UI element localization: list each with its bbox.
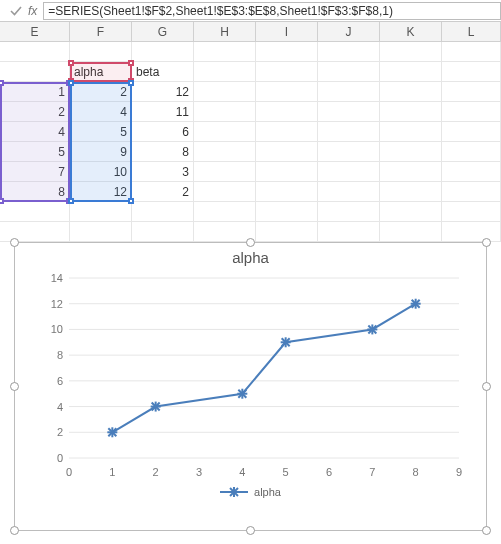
cell-H8[interactable] [194,182,256,201]
cell-G10[interactable] [132,222,194,241]
chart-handle-e[interactable] [482,382,491,391]
chart-handle-se[interactable] [482,526,491,535]
chart-object[interactable]: alpha 024681012140123456789 alpha [14,242,487,531]
cell-L2[interactable] [442,62,501,81]
col-header-L[interactable]: L [442,22,501,41]
cell-G9[interactable] [132,202,194,221]
chart-handle-ne[interactable] [482,238,491,247]
cell-E9[interactable] [0,202,70,221]
cell-I6[interactable] [256,142,318,161]
cell-I1[interactable] [256,42,318,61]
cell-E5[interactable]: 4 [0,122,70,141]
cell-H3[interactable] [194,82,256,101]
cell-F8[interactable]: 12 [70,182,132,201]
cell-J7[interactable] [318,162,380,181]
chart-handle-n[interactable] [246,238,255,247]
col-header-J[interactable]: J [318,22,380,41]
chart-handle-w[interactable] [10,382,19,391]
chart-handle-nw[interactable] [10,238,19,247]
cell-F3[interactable]: 2 [70,82,132,101]
cell-E2[interactable] [0,62,70,81]
cell-E8[interactable]: 8 [0,182,70,201]
cell-K1[interactable] [380,42,442,61]
chart-legend[interactable]: alpha [15,486,486,500]
chart-title[interactable]: alpha [15,249,486,266]
cell-E4[interactable]: 2 [0,102,70,121]
cell-K10[interactable] [380,222,442,241]
cell-L7[interactable] [442,162,501,181]
cell-K8[interactable] [380,182,442,201]
col-header-H[interactable]: H [194,22,256,41]
cell-J3[interactable] [318,82,380,101]
cell-J8[interactable] [318,182,380,201]
cell-L10[interactable] [442,222,501,241]
cell-E7[interactable]: 7 [0,162,70,181]
accept-formula-icon[interactable] [6,1,26,21]
cell-G5[interactable]: 6 [132,122,194,141]
cell-K3[interactable] [380,82,442,101]
cell-L1[interactable] [442,42,501,61]
cell-L9[interactable] [442,202,501,221]
cell-F6[interactable]: 9 [70,142,132,161]
cell-I2[interactable] [256,62,318,81]
cell-J1[interactable] [318,42,380,61]
cell-J4[interactable] [318,102,380,121]
cell-I5[interactable] [256,122,318,141]
cell-I8[interactable] [256,182,318,201]
cell-K5[interactable] [380,122,442,141]
cell-G6[interactable]: 8 [132,142,194,161]
col-header-E[interactable]: E [0,22,70,41]
cell-H4[interactable] [194,102,256,121]
cell-L3[interactable] [442,82,501,101]
cell-H2[interactable] [194,62,256,81]
chart-handle-s[interactable] [246,526,255,535]
cell-K2[interactable] [380,62,442,81]
cell-J9[interactable] [318,202,380,221]
cell-E6[interactable]: 5 [0,142,70,161]
cell-I3[interactable] [256,82,318,101]
cell-G4[interactable]: 11 [132,102,194,121]
cell-K9[interactable] [380,202,442,221]
cell-G2[interactable]: beta [132,62,194,81]
cell-G8[interactable]: 2 [132,182,194,201]
col-header-F[interactable]: F [70,22,132,41]
cell-K7[interactable] [380,162,442,181]
cell-E10[interactable] [0,222,70,241]
cell-G7[interactable]: 3 [132,162,194,181]
cell-H1[interactable] [194,42,256,61]
cell-F1[interactable] [70,42,132,61]
cell-I4[interactable] [256,102,318,121]
cell-F10[interactable] [70,222,132,241]
cell-J5[interactable] [318,122,380,141]
formula-input[interactable] [43,2,501,20]
cell-G1[interactable] [132,42,194,61]
cell-L5[interactable] [442,122,501,141]
cell-J10[interactable] [318,222,380,241]
cell-F9[interactable] [70,202,132,221]
cell-I9[interactable] [256,202,318,221]
cell-L6[interactable] [442,142,501,161]
cell-F4[interactable]: 4 [70,102,132,121]
cell-F5[interactable]: 5 [70,122,132,141]
col-header-K[interactable]: K [380,22,442,41]
cell-L8[interactable] [442,182,501,201]
cell-L4[interactable] [442,102,501,121]
col-header-G[interactable]: G [132,22,194,41]
cell-E1[interactable] [0,42,70,61]
col-header-I[interactable]: I [256,22,318,41]
chart-handle-sw[interactable] [10,526,19,535]
cell-K4[interactable] [380,102,442,121]
chart-plot-area[interactable]: 024681012140123456789 [49,272,469,482]
cell-J2[interactable] [318,62,380,81]
cell-H9[interactable] [194,202,256,221]
cell-H5[interactable] [194,122,256,141]
cell-G3[interactable]: 12 [132,82,194,101]
cell-J6[interactable] [318,142,380,161]
cell-F7[interactable]: 10 [70,162,132,181]
cell-H6[interactable] [194,142,256,161]
cell-K6[interactable] [380,142,442,161]
cell-F2[interactable]: alpha [70,62,132,81]
fx-label[interactable]: fx [28,4,37,18]
cell-E3[interactable]: 1 [0,82,70,101]
cell-I7[interactable] [256,162,318,181]
